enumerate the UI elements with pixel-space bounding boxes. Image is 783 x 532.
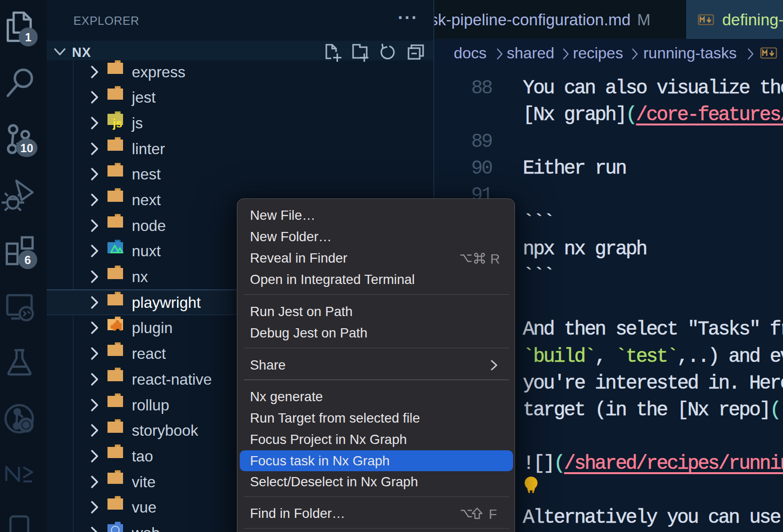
svg-text:js: js [112, 117, 122, 130]
svg-text:6: 6 [24, 253, 31, 266]
svg-text:1: 1 [25, 31, 31, 44]
svg-text:10: 10 [20, 142, 34, 155]
